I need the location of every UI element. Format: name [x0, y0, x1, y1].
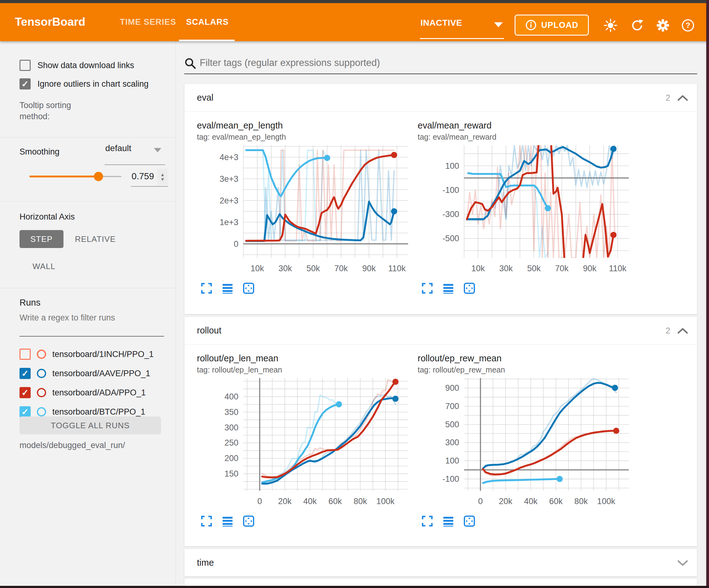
fit-domain-icon[interactable] — [464, 282, 475, 294]
run-checkbox[interactable] — [20, 368, 31, 379]
runs-list-icon[interactable] — [222, 282, 233, 294]
runs-list-icon[interactable] — [222, 515, 233, 527]
chevron-down-icon[interactable] — [154, 148, 161, 152]
runs-heading: Runs — [20, 298, 41, 308]
spinner-up-icon[interactable]: ▲ — [160, 172, 165, 177]
section-header-rollout[interactable]: rollout 2 — [185, 317, 697, 344]
fit-domain-icon[interactable] — [243, 515, 255, 527]
help-icon[interactable]: ? — [681, 19, 695, 32]
fullscreen-icon[interactable] — [421, 282, 433, 294]
haxis-wall-button[interactable]: WALL — [32, 262, 55, 271]
run-label: tensorboard/ADA/PPO_1 — [52, 388, 146, 398]
svg-text:80k: 80k — [353, 497, 367, 506]
chart-tag: tag: rollout/ep_rew_mean — [418, 365, 634, 374]
svg-text:60k: 60k — [549, 497, 563, 506]
runs-filter-input[interactable] — [20, 313, 162, 323]
fit-domain-icon[interactable] — [243, 282, 255, 294]
chart-canvas[interactable]: 10k30k50k70k90k110k100-100-300-500 — [418, 143, 634, 282]
svg-text:250: 250 — [225, 438, 238, 448]
svg-text:70k: 70k — [334, 264, 348, 273]
svg-text:400: 400 — [225, 392, 238, 401]
svg-text:100: 100 — [445, 161, 459, 171]
run-color-radio[interactable] — [37, 407, 46, 416]
tag-filter-underline — [184, 73, 697, 74]
fullscreen-icon[interactable] — [201, 515, 212, 527]
run-label: tensorboard/BTC/PPO_1 — [52, 407, 145, 417]
section-card-rollout: rollout 2 rollout/ep_len_mean tag: rollo… — [184, 316, 697, 546]
chart-canvas[interactable]: 10k30k50k70k90k110k01e+32e+33e+34e+3 — [197, 143, 414, 282]
run-checkbox[interactable] — [20, 349, 31, 360]
ignore-outliers-checkbox[interactable] — [20, 78, 31, 90]
brightness-icon[interactable] — [604, 19, 618, 32]
svg-text:30k: 30k — [499, 264, 513, 273]
smoothing-input-underline — [131, 186, 168, 187]
svg-text:3e+3: 3e+3 — [219, 174, 238, 184]
chevron-down-icon[interactable] — [677, 559, 688, 567]
run-row-1inch[interactable]: tensorboard/1INCH/PPO_1 — [20, 348, 154, 361]
chart-canvas[interactable]: 020k40k60k80k100k-100100300500700900 — [418, 376, 634, 515]
run-checkbox[interactable] — [20, 387, 31, 398]
refresh-icon[interactable] — [630, 19, 644, 32]
spinner-down-icon[interactable]: ▼ — [160, 177, 165, 181]
run-color-radio[interactable] — [37, 369, 46, 378]
smoothing-label: Smoothing — [20, 147, 59, 157]
runs-list-icon[interactable] — [442, 515, 454, 527]
svg-text:200: 200 — [225, 454, 238, 463]
gear-icon[interactable] — [656, 19, 670, 32]
chart-canvas[interactable]: 020k40k60k80k100k150200250300350400 — [197, 376, 414, 515]
chart-toolbar — [421, 515, 634, 527]
svg-text:110k: 110k — [609, 264, 627, 273]
svg-text:10k: 10k — [471, 264, 485, 273]
run-row-aave[interactable]: tensorboard/AAVE/PPO_1 — [20, 367, 150, 380]
runs-list-icon[interactable] — [442, 282, 454, 294]
fit-domain-icon[interactable] — [464, 515, 475, 527]
section-card-partial — [184, 579, 697, 586]
svg-text:80k: 80k — [574, 497, 588, 506]
main-content: eval 2 eval/mean_ep_length tag: eval/mea… — [176, 41, 707, 586]
chart-toolbar — [421, 282, 634, 294]
run-row-ada[interactable]: tensorboard/ADA/PPO_1 — [20, 386, 146, 399]
section-count-badge: 2 — [666, 93, 670, 103]
smoothing-stepper[interactable]: ▲ ▼ — [157, 169, 168, 185]
smoothing-slider-track-active[interactable] — [29, 176, 99, 177]
toggle-all-runs-button[interactable]: TOGGLE ALL RUNS — [20, 416, 161, 434]
svg-text:0: 0 — [257, 497, 262, 506]
tooltip-sorting-label-line1: Tooltip sorting — [20, 101, 71, 110]
tooltip-sorting-label-line2: method: — [20, 112, 50, 121]
smoothing-slider-thumb[interactable] — [94, 172, 103, 181]
chevron-up-icon[interactable] — [677, 94, 688, 102]
tab-scalars[interactable]: SCALARS — [186, 17, 229, 27]
svg-text:-100: -100 — [442, 475, 459, 484]
horizontal-axis-label: Horizontal Axis — [20, 212, 75, 222]
tab-time-series[interactable]: TIME SERIES — [120, 17, 176, 27]
section-title: rollout — [197, 326, 221, 336]
svg-text:40k: 40k — [524, 497, 537, 506]
chevron-down-icon[interactable] — [494, 22, 503, 27]
svg-text:30k: 30k — [278, 264, 292, 273]
chart-eval-mean-ep-length: eval/mean_ep_length tag: eval/mean_ep_le… — [197, 121, 414, 294]
svg-text:?: ? — [686, 21, 690, 29]
section-header-eval[interactable]: eval 2 — [185, 84, 697, 112]
svg-text:90k: 90k — [362, 264, 376, 273]
svg-text:300: 300 — [445, 438, 459, 447]
run-color-radio[interactable] — [37, 350, 46, 359]
haxis-relative-button[interactable]: RELATIVE — [75, 234, 116, 244]
svg-text:20k: 20k — [499, 497, 513, 506]
show-download-links-checkbox[interactable] — [20, 60, 31, 71]
smoothing-value[interactable]: 0.759 — [132, 171, 154, 181]
tooltip-sorting-select[interactable]: default — [105, 143, 131, 153]
fullscreen-icon[interactable] — [201, 282, 212, 294]
haxis-step-button[interactable]: STEP — [20, 230, 63, 248]
fullscreen-icon[interactable] — [421, 515, 433, 527]
chevron-up-icon[interactable] — [677, 327, 688, 335]
status-dropdown[interactable]: INACTIVE — [420, 18, 462, 28]
section-header-time[interactable]: time — [185, 549, 697, 577]
chart-tag: tag: eval/mean_ep_length — [197, 132, 414, 142]
chart-toolbar — [201, 515, 414, 527]
tag-filter-input[interactable] — [200, 57, 689, 69]
run-checkbox[interactable] — [20, 406, 31, 417]
sidebar: Show data download links Ignore outliers… — [0, 41, 176, 586]
info-icon — [525, 19, 537, 31]
upload-button[interactable]: UPLOAD — [515, 15, 589, 35]
run-color-radio[interactable] — [37, 388, 46, 397]
